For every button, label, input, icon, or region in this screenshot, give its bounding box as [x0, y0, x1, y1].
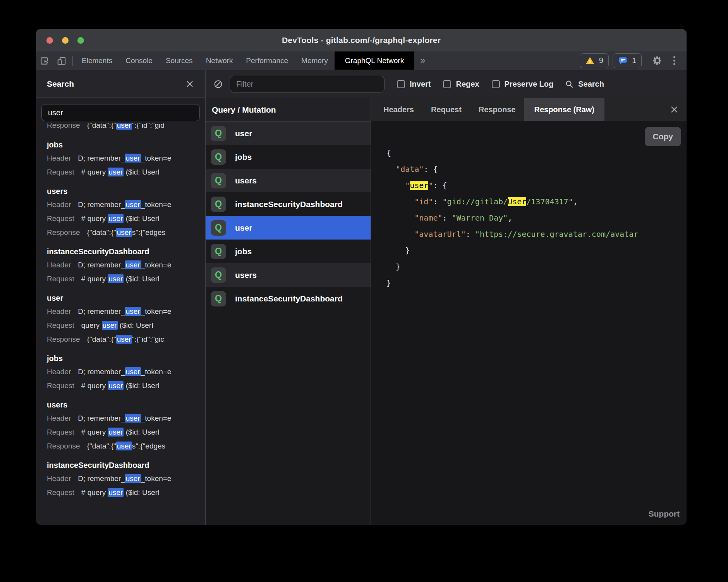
close-search-icon[interactable] [185, 79, 194, 89]
more-tabs-chevron-icon[interactable]: » [414, 51, 431, 70]
tab-headers[interactable]: Headers [375, 98, 422, 121]
search-result-title[interactable]: jobs [41, 139, 200, 151]
match-highlight: user [125, 474, 141, 483]
search-result-title[interactable]: jobs [41, 352, 200, 365]
search-toggle[interactable]: Search [565, 80, 604, 89]
search-result-line[interactable]: Request# query user ($id: UserI [41, 272, 200, 286]
query-item-users[interactable]: Qusers [206, 263, 371, 287]
checkbox-preserve-log[interactable]: Preserve Log [492, 80, 554, 89]
close-detail-icon[interactable] [670, 105, 687, 114]
query-item-label: user [235, 223, 252, 233]
support-link[interactable]: Support [649, 509, 680, 519]
issues-badge[interactable]: 1 [613, 53, 642, 68]
search-results-list: jobsHeaderD; remember_user_token=eReques… [41, 139, 200, 500]
result-text: D; remember_ [78, 474, 125, 483]
result-text: s":{"edges [132, 442, 165, 450]
result-text: ($id: UserI [118, 321, 154, 329]
search-input[interactable] [41, 104, 200, 121]
tab-performance[interactable]: Performance [239, 51, 295, 70]
search-result-line[interactable]: Response{"data":{"user":{"id":"gic [41, 332, 200, 346]
result-line-label: Response [47, 228, 80, 236]
query-item-label: user [235, 129, 252, 138]
query-type-badge: Q [211, 173, 226, 188]
search-result-line[interactable]: Request# query user ($id: UserI [41, 379, 200, 393]
tab-response[interactable]: Response [470, 98, 524, 121]
search-result-line[interactable]: Request# query user ($id: UserI [41, 212, 200, 226]
detail-tabbar: HeadersRequestResponse Response (Raw) [371, 98, 687, 121]
menu-dots-icon[interactable] [666, 51, 683, 70]
result-text: {"data":{" [87, 228, 116, 236]
query-type-badge: Q [211, 197, 226, 212]
search-result-line[interactable]: Request# query user ($id: UserI [41, 486, 200, 500]
inspect-element-icon[interactable] [36, 51, 53, 70]
tab-memory[interactable]: Memory [295, 51, 335, 70]
search-result-line[interactable]: Response{"data":{"user":{"id":"gid [41, 123, 200, 132]
search-result-line[interactable]: Request# query user ($id: UserI [41, 425, 200, 439]
query-item-label: jobs [235, 247, 252, 256]
json-token: : [424, 164, 433, 174]
search-result-line[interactable]: HeaderD; remember_user_token=e [41, 151, 200, 165]
search-result-title[interactable]: users [41, 399, 200, 411]
result-line-label: Header [47, 154, 71, 162]
clipped-result-line: Response{"data":{"user":{"id":"gid [41, 123, 200, 133]
query-item-jobs[interactable]: Qjobs [206, 145, 371, 169]
result-text: {"data":{" [87, 442, 116, 450]
result-text: _token=e [141, 414, 172, 422]
search-result-title[interactable]: user [41, 292, 200, 305]
query-item-instancesecuritydashboard[interactable]: QinstanceSecurityDashboard [206, 192, 371, 216]
filter-input[interactable] [230, 76, 385, 92]
checkbox-label-regex: Regex [456, 80, 479, 89]
devtools-window: DevTools - gitlab.com/-/graphql-explorer… [36, 29, 687, 525]
match-highlight: user [116, 123, 132, 130]
result-line-label: Request [47, 321, 74, 329]
json-response: { "data": { "user": { "id": "gid://gitla… [371, 121, 687, 291]
search-highlight: User [508, 197, 526, 206]
search-result-line[interactable]: HeaderD; remember_user_token=e [41, 411, 200, 425]
minimize-window-button[interactable] [62, 37, 69, 44]
search-result-line[interactable]: HeaderD; remember_user_token=e [41, 472, 200, 486]
query-item-jobs[interactable]: Qjobs [206, 240, 371, 263]
search-result-title[interactable]: instanceSecurityDashboard [41, 245, 200, 258]
search-result-line[interactable]: Response{"data":{"users":{"edges [41, 439, 200, 453]
copy-button[interactable]: Copy [645, 127, 682, 146]
tab-sources[interactable]: Sources [159, 51, 199, 70]
query-item-users[interactable]: Qusers [206, 169, 371, 192]
clear-block-icon[interactable] [213, 79, 223, 89]
search-result-line[interactable]: HeaderD; remember_user_token=e [41, 198, 200, 212]
query-item-user[interactable]: Quser [206, 216, 371, 240]
search-result-line[interactable]: HeaderD; remember_user_token=e [41, 365, 200, 379]
search-result-title[interactable]: instanceSecurityDashboard [41, 459, 200, 472]
tab-request[interactable]: Request [422, 98, 470, 121]
json-token: : [443, 213, 452, 223]
tab-network[interactable]: Network [199, 51, 240, 70]
query-item-instancesecuritydashboard[interactable]: QinstanceSecurityDashboard [206, 287, 371, 310]
search-result-line[interactable]: HeaderD; remember_user_token=e [41, 258, 200, 272]
query-item-user[interactable]: Quser [206, 122, 371, 145]
search-results-scroll[interactable]: Response{"data":{"user":{"id":"gid jobsH… [36, 98, 205, 525]
checkbox-regex[interactable]: Regex [443, 80, 479, 89]
json-token: "gid://gitlab/ [443, 197, 508, 206]
result-line-label: Header [47, 368, 71, 376]
checkbox-invert[interactable]: Invert [397, 80, 431, 89]
search-result-line[interactable]: Response{"data":{"users":{"edges [41, 226, 200, 240]
query-item-label: jobs [235, 152, 252, 162]
match-highlight: user [116, 228, 132, 237]
search-result-line[interactable]: HeaderD; remember_user_token=e [41, 305, 200, 318]
result-text: ($id: UserI [124, 275, 160, 283]
checkbox-label-preserve-log: Preserve Log [505, 80, 554, 89]
tab-console[interactable]: Console [119, 51, 159, 70]
tab-graphql-network[interactable]: GraphQL Network [335, 51, 414, 70]
search-result-title[interactable]: users [41, 185, 200, 198]
search-result-line[interactable]: Requestquery user ($id: UserI [41, 318, 200, 332]
warnings-badge[interactable]: 9 [580, 53, 609, 68]
result-text: # query [81, 428, 108, 436]
titlebar: DevTools - gitlab.com/-/graphql-explorer [36, 29, 687, 51]
zoom-window-button[interactable] [77, 37, 84, 44]
tab-response-raw[interactable]: Response (Raw) [524, 98, 604, 121]
search-result-line[interactable]: Request# query user ($id: UserI [41, 165, 200, 179]
close-window-button[interactable] [46, 37, 53, 44]
device-toolbar-icon[interactable] [53, 51, 70, 70]
tabbar-separator [646, 56, 646, 66]
tab-elements[interactable]: Elements [75, 51, 119, 70]
settings-gear-icon[interactable] [649, 51, 666, 70]
